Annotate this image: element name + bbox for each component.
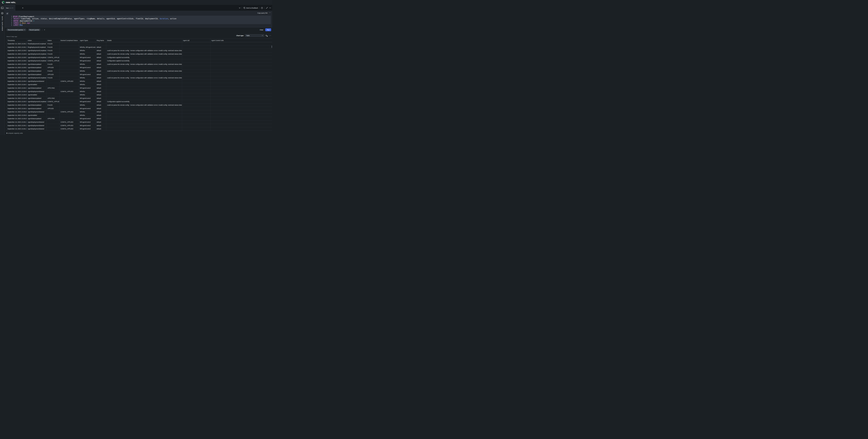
table-cell	[106, 114, 182, 117]
table-cell	[46, 114, 60, 117]
table-cell	[60, 66, 79, 69]
table-cell	[60, 100, 79, 104]
table-row[interactable]: September 19, 2025 13:28:45AgentStatusUp…	[7, 96, 272, 100]
code-line[interactable]: 3WHERE deploymentId =	[5, 20, 271, 22]
table-cell: September 19, 2025 13:28:53	[7, 66, 27, 69]
add-query-button[interactable]: +	[44, 29, 45, 31]
table-row[interactable]: September 19, 2025 13:28:57AgentDeployme…	[7, 59, 272, 62]
help-icon[interactable]	[261, 7, 263, 9]
table-row[interactable]: September 19, 2025 13:28:17AgentDeployme…	[7, 124, 272, 127]
table-row[interactable]: September 19, 2025 13:28:28AgentStatusUp…	[7, 117, 272, 120]
table-cell	[60, 76, 79, 80]
column-header[interactable]: Desired Completed Status	[60, 39, 79, 42]
table-row[interactable]: September 19, 2025 13:29:05AgentDeployme…	[7, 52, 272, 56]
table-cell	[210, 62, 272, 66]
table-cell	[106, 73, 182, 76]
table-row[interactable]: September 19, 2025 13:28:47AgentDeployme…	[7, 80, 272, 83]
table-row[interactable]: September 19, 2025 13:28:51AgentStatusUp…	[7, 73, 272, 76]
code-line[interactable]: 5LIMIT Max	[5, 24, 271, 26]
table-row[interactable]: September 19, 2025 13:28:17AgentDeployme…	[7, 120, 272, 124]
results-more-icon[interactable]: ⋯	[269, 34, 271, 36]
recent-queries-button[interactable]: Recent queries	[28, 28, 41, 31]
tab-1[interactable]: Tab 1 ×	[5, 5, 15, 11]
ai-sparkle-button[interactable]	[6, 12, 9, 15]
edit-chart-icon[interactable]	[266, 34, 268, 37]
table-cell: CONFIG_APPLIED	[60, 110, 79, 114]
run-button[interactable]: Run	[265, 28, 271, 31]
table-cell: September 19, 2025 13:29:05	[7, 52, 27, 56]
table-cell	[182, 80, 210, 83]
table-cell	[210, 49, 272, 53]
table-cell	[79, 42, 96, 46]
table-row[interactable]: September 19, 2025 13:28:28AgentDeployme…	[7, 110, 272, 114]
column-header[interactable]: Agent Control Uids	[210, 39, 272, 42]
table-row[interactable]: September 19, 2025 13:29:07AgentDeployme…	[7, 49, 272, 53]
table-cell: AgentStatusUpdated	[27, 107, 46, 110]
collapse-window-icon[interactable]	[266, 7, 268, 9]
table-cell	[60, 69, 79, 73]
column-header[interactable]: Action	[27, 39, 46, 42]
code-line[interactable]: 4SINCE 5 days ago	[5, 22, 271, 24]
column-header[interactable]: Agent Types	[79, 39, 96, 42]
send-feedback-button[interactable]: Send us feedback	[243, 7, 258, 9]
table-cell: default	[96, 120, 106, 124]
table-row[interactable]: September 19, 2025 13:28:45AgentInstalle…	[7, 93, 272, 96]
table-cell: September 19, 2025 13:28:57	[7, 59, 27, 62]
column-header[interactable]: Ring Name	[96, 39, 106, 42]
table-row[interactable]: September 19, 2025 13:28:51AgentStatusUp…	[7, 69, 272, 73]
table-row[interactable]: September 19, 2025 13:28:47AgentStatusUp…	[7, 86, 272, 90]
table-row[interactable]: September 19, 2025 13:28:37AgentDeployme…	[7, 100, 272, 104]
tab-chevron-down-icon[interactable]	[10, 8, 11, 8]
code-token: Max	[20, 24, 23, 26]
recommended-queries-button[interactable]: Recommended queries	[6, 28, 26, 31]
table-row[interactable]: September 19, 2025 13:28:57AgentDeployme…	[7, 56, 272, 59]
table-cell: APPLIED	[46, 73, 60, 76]
new-tab-button[interactable]: +	[21, 6, 24, 9]
table-cell	[210, 76, 272, 80]
table-cell: AgentStatusUpdated	[27, 66, 46, 69]
code-line[interactable]: 2SELECT timestamp, action, status, desir…	[5, 18, 271, 20]
table-row[interactable]: September 19, 2025 13:28:47AgentInstalle…	[7, 83, 272, 86]
column-header[interactable]: Agent Uid	[182, 39, 210, 42]
table-cell	[182, 107, 210, 110]
vertical-scrollbar[interactable]	[272, 46, 272, 48]
clear-button[interactable]: Clear	[260, 29, 263, 31]
tab-close-icon[interactable]: ×	[12, 7, 13, 9]
line-number: 3	[5, 20, 13, 22]
line-number: 1	[5, 16, 13, 18]
table-row[interactable]: September 19, 2025 13:28:53AgentStatusUp…	[7, 62, 272, 66]
table-cell: APPLYING	[46, 86, 60, 90]
collapse-querybar-chevron-icon[interactable]	[239, 7, 241, 8]
table-cell	[210, 107, 272, 110]
copy-query-link-button[interactable]: Copy query link	[257, 12, 268, 14]
send-feedback-label: Send us feedback	[246, 7, 258, 9]
table-cell	[106, 124, 182, 127]
table-row[interactable]: September 19, 2025 13:28:53AgentStatusUp…	[7, 66, 272, 69]
table-cell	[60, 49, 79, 53]
table-cell: September 19, 2025 13:29:17	[7, 42, 27, 46]
table-cell: NRAgentControl	[79, 66, 96, 69]
database-icon[interactable]	[1, 12, 3, 14]
code-line[interactable]: 1FROM FleetDeployment	[5, 16, 271, 18]
table-row[interactable]: September 19, 2025 13:28:28AgentInstalle…	[7, 114, 272, 117]
editor-more-icon[interactable]: ⋯	[269, 11, 271, 14]
table-cell	[106, 83, 182, 86]
query-editor[interactable]: Copy query link ⋯ 1FROM FleetDeployment2…	[5, 11, 272, 27]
table-row[interactable]: September 19, 2025 13:28:48AgentDeployme…	[7, 76, 272, 80]
query-console-icon[interactable]	[1, 7, 4, 9]
table-row[interactable]: September 19, 2025 13:28:34AgentStatusUp…	[7, 107, 272, 110]
table-row[interactable]: September 19, 2025 13:29:17RingDeploymen…	[7, 46, 272, 49]
table-row[interactable]: September 19, 2025 13:28:17AgentDeployme…	[7, 127, 272, 130]
editor-code[interactable]: 1FROM FleetDeployment2SELECT timestamp, …	[5, 16, 271, 26]
chart-type-value: Table	[246, 35, 250, 36]
column-header[interactable]: Status	[46, 39, 60, 42]
column-header[interactable]: Details	[106, 39, 182, 42]
table-cell	[60, 56, 79, 59]
column-header[interactable]: Timestamp	[7, 39, 27, 42]
table-row[interactable]: September 19, 2025 13:28:34AgentStatusUp…	[7, 103, 272, 107]
table-row[interactable]: September 19, 2025 13:28:45AgentDeployme…	[7, 90, 272, 93]
table-row[interactable]: September 19, 2025 13:29:17FleetDeployme…	[7, 42, 272, 46]
table-cell: default	[96, 73, 106, 76]
chart-type-select[interactable]: Table	[245, 34, 264, 37]
minimize-icon[interactable]	[269, 8, 271, 8]
